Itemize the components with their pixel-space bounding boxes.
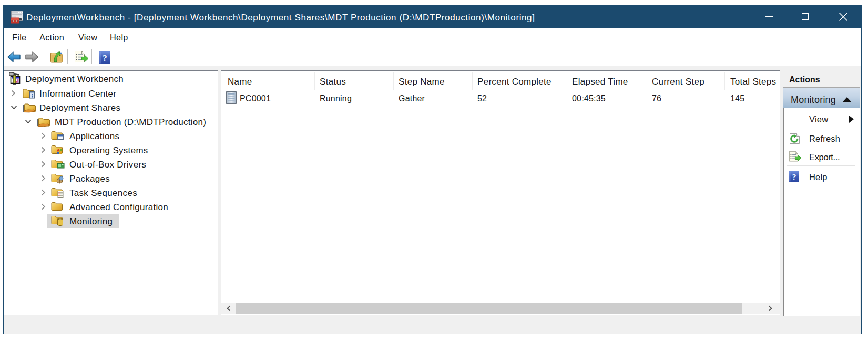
svg-text:?: ? <box>103 53 107 63</box>
svg-text:?: ? <box>792 172 796 181</box>
